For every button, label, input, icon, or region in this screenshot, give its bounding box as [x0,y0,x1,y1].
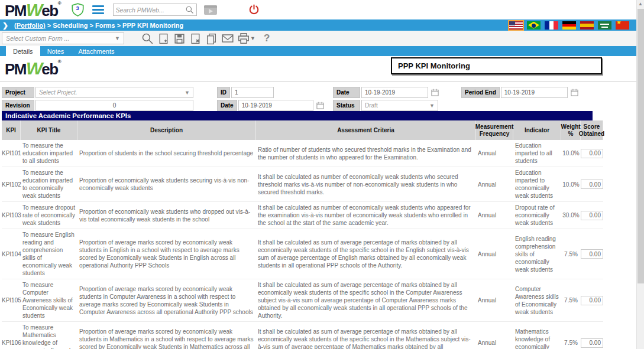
flag-cn-icon[interactable] [616,21,629,30]
kpi-section-header: Indicative Academic Performance KPIs [2,111,593,120]
email-button[interactable] [219,31,235,45]
flag-sa-icon[interactable] [598,21,611,30]
kpi-frequency: Annual [476,295,513,306]
period-end-input[interactable] [504,89,564,96]
logo-pm: PM [5,2,26,19]
kpi-description: Proportion of students in the school sec… [77,148,256,159]
search-records-button[interactable] [140,31,156,45]
status-select[interactable]: Draft ▼ [361,100,438,111]
calendar-icon[interactable] [571,89,578,96]
kpi-weight: 7.5% [561,337,581,348]
kpi-table-body: KPI101 To measure the education imparted… [2,140,603,349]
breadcrumb: (Portfolio) > Scheduling > Forms > PPP K… [14,22,183,29]
search-icon[interactable] [185,5,194,14]
breadcrumb-path: > Scheduling > Forms > PPP KPI Monitorin… [46,22,184,29]
top-header: PMWeb® 3 [0,0,636,19]
flag-us-icon[interactable] [509,21,523,30]
kpi-assessment: It shall be calculated as sum of average… [256,237,476,271]
table-row: KPI106 To measure Mathematics knowledge … [2,322,603,349]
record-tab-bar: Details Notes Attachments [0,46,636,56]
project-label: Project [2,87,34,98]
kpi-id: KPI106 [2,337,21,348]
copy-button[interactable] [203,31,219,45]
date2-input[interactable] [242,102,310,109]
column-header-kpi-title: KPI Title [21,120,77,140]
notifications-shield-icon[interactable]: 3 [71,3,85,17]
id-field-group: ID [217,87,274,98]
custom-form-select[interactable]: Select Custom Form ... ▼ [2,32,124,44]
save-button[interactable] [171,31,187,45]
score-obtained-input[interactable] [581,338,603,348]
kpi-description: Proportion of economically weak students… [77,175,256,194]
column-header-indicator: Indicator [513,120,561,140]
logout-power-icon[interactable] [248,4,260,15]
vertical-scrollbar[interactable]: ▲ [636,0,644,349]
kpi-weight: 10.0% [561,179,581,190]
date-label: Date [333,87,360,98]
score-obtained-input[interactable] [581,211,603,220]
delete-button[interactable] [187,31,203,45]
tab-attachments[interactable]: Attachments [71,46,121,56]
date-input[interactable] [365,89,425,96]
chevron-down-icon: ▼ [429,103,435,109]
kpi-indicator: Mathematics knowledge of economically we… [513,326,561,349]
form-toolbar: Select Custom Form ... ▼ ▼ ? [0,31,636,46]
video-help-icon[interactable] [204,5,217,15]
search-input[interactable] [116,6,185,14]
column-header-frequency: Measurement Frequency [476,120,513,140]
flag-de-icon[interactable] [562,21,576,30]
kpi-title: To measure the education imparted to eco… [21,167,77,201]
column-header-description: Description [77,120,256,140]
flag-fr-icon[interactable] [545,21,558,30]
help-button[interactable]: ? [264,32,270,44]
kpi-id: KPI105 [2,295,21,306]
column-header-assessment: Assessment Criteria [256,120,476,140]
tab-notes[interactable]: Notes [40,46,72,56]
project-select[interactable]: Select Project. ▼ [35,87,193,98]
flag-es-icon[interactable] [580,21,594,30]
column-header-weight: Weight % [561,120,581,140]
kpi-id: KPI101 [2,148,21,159]
menu-hamburger-icon[interactable] [92,5,104,14]
scroll-up-arrow-icon[interactable]: ▲ [637,1,644,6]
pmweb-app-window: PMWeb® 3 ❯ (Portfolio) > Scheduling > Fo… [0,0,644,349]
calendar-icon[interactable] [431,89,439,96]
kpi-table-header: KPI KPI Title Description Assessment Cri… [2,120,603,140]
breadcrumb-portfolio-link[interactable]: (Portfolio) [14,22,46,29]
print-button[interactable] [235,31,251,45]
score-obtained-input[interactable] [581,249,603,259]
kpi-assessment: It shall be calculated as number of econ… [256,171,476,198]
id-input[interactable] [235,89,270,96]
kpi-weight: 7.5% [561,295,581,306]
new-record-button[interactable] [156,31,171,45]
score-obtained-input[interactable] [581,296,603,305]
table-row: KPI103 To measure dropout rate of econom… [2,202,603,229]
custom-form-placeholder: Select Custom Form ... [6,35,115,42]
document-title: PPP KPI Monitoring [391,57,602,74]
score-obtained-input[interactable] [581,149,603,158]
logo-w: W [26,0,41,19]
kpi-weight: 30.0% [561,210,581,221]
kpi-id: KPI104 [2,249,21,260]
flag-br-icon[interactable] [527,21,541,30]
revision-input[interactable] [39,102,190,109]
kpi-indicator: Computer Awareness skills of Economicall… [513,283,561,318]
kpi-assessment: Ratio of number of students who secured … [256,144,476,163]
breadcrumb-bar: ❯ (Portfolio) > Scheduling > Forms > PPP… [0,19,636,31]
kpi-indicator: Dropout rate of economically weak studen… [513,202,561,229]
table-row: KPI105 To measure Computer Awareness ski… [2,279,603,322]
tab-details[interactable]: Details [6,46,40,56]
kpi-weight: 7.5% [561,249,581,260]
kpi-assessment: It shall be calculated as sum of average… [256,279,476,321]
score-obtained-input[interactable] [581,180,603,189]
notification-count-badge: 3 [71,5,85,11]
status-label: Status [333,100,360,111]
kpi-id: KPI102 [2,179,21,190]
kpi-title: To measure Mathematics knowledge of econ… [21,322,77,349]
print-options-chevron-icon[interactable]: ▼ [250,35,255,41]
global-search [113,4,197,16]
calendar-icon[interactable] [316,102,324,109]
divider [0,81,636,82]
kpi-description: Proportion of average marks scored by ec… [77,237,256,271]
scrollbar-thumb[interactable] [637,9,644,283]
